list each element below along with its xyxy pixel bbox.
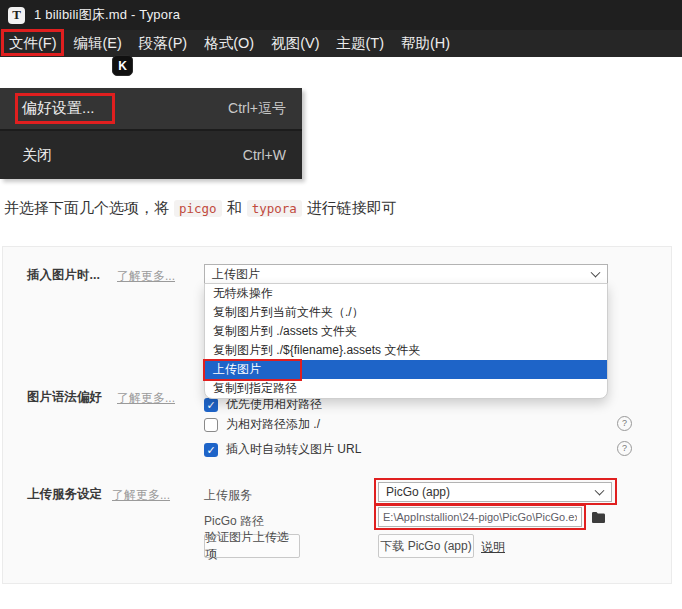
image-syntax-label: 图片语法偏好 [27,389,102,406]
insert-image-select-value: 上传图片 [212,266,260,283]
chevron-down-icon [591,268,601,278]
file-menu-dropdown: 偏好设置... Ctrl+逗号 关闭 Ctrl+W [0,88,302,179]
add-dot-slash-label: 为相对路径添加 ./ [226,416,320,433]
code-typora: typora [247,200,302,217]
help-icon[interactable]: ? [617,441,632,456]
upload-service-field-label: 上传服务 [204,487,252,504]
help-icon[interactable]: ? [617,416,632,431]
instruction-part2: 和 [227,199,242,216]
instruction-text: 并选择下面几个选项，将picgo和typora进行链接即可 [4,197,397,220]
dropdown-option-no-action[interactable]: 无特殊操作 [205,284,607,303]
preferences-label: 偏好设置... [22,99,95,118]
picgo-path-field-label: PicGo 路径 [204,513,264,530]
menu-item-themes[interactable]: 主题(T) [336,34,384,53]
dropdown-option-copy-assets[interactable]: 复制图片到 ./assets 文件夹 [205,322,607,341]
insert-image-select[interactable]: 上传图片 [204,264,608,284]
escape-url-checkbox[interactable]: ✓ [204,443,218,457]
chevron-down-icon [595,486,605,496]
escape-url-row: ✓ 插入时自动转义图片 URL [204,441,361,458]
escape-url-label: 插入时自动转义图片 URL [226,441,361,458]
dropdown-option-copy-custom-path[interactable]: 复制到指定路径 [205,379,607,398]
upload-service-select-value: PicGo (app) [386,485,450,499]
typora-logo-icon: T [8,7,25,24]
dropdown-option-upload-image[interactable]: 上传图片 [205,360,607,379]
menubar: 文件(F) 编辑(E) 段落(P) 格式(O) 视图(V) 主题(T) 帮助(H… [0,30,682,57]
typora-window: T 1 bilibili图床.md - Typora 文件(F) 编辑(E) 段… [0,0,682,609]
k-cursor-badge-icon: K [112,55,133,76]
validate-upload-button[interactable]: 验证图片上传选项 [204,534,300,558]
picgo-help-link[interactable]: 说明 [481,539,505,556]
upload-service-learn-more-link[interactable]: 了解更多... [112,487,170,504]
menu-item-file[interactable]: 文件(F) [9,34,57,53]
dropdown-option-copy-filename-assets[interactable]: 复制图片到 ./${filename}.assets 文件夹 [205,341,607,360]
preferences-shortcut: Ctrl+逗号 [228,100,286,118]
relative-path-pref-checkbox[interactable]: ✓ [204,398,218,412]
menu-item-help[interactable]: 帮助(H) [401,34,450,53]
insert-image-dropdown-list: 无特殊操作 复制图片到当前文件夹（./） 复制图片到 ./assets 文件夹 … [204,283,608,399]
download-picgo-button[interactable]: 下载 PicGo (app) [378,534,474,558]
insert-image-learn-more-link[interactable]: 了解更多... [117,268,175,285]
window-titlebar: T 1 bilibili图床.md - Typora [0,0,682,30]
dropdown-option-copy-current-folder[interactable]: 复制图片到当前文件夹（./） [205,303,607,322]
menu-item-format[interactable]: 格式(O) [204,34,254,53]
menu-item-view[interactable]: 视图(V) [271,34,319,53]
folder-browse-icon[interactable] [591,511,606,524]
menu-item-close[interactable]: 关闭 Ctrl+W [0,131,302,179]
image-syntax-learn-more-link[interactable]: 了解更多... [117,390,175,407]
insert-image-label: 插入图片时... [27,267,100,284]
add-dot-slash-row: 为相对路径添加 ./ [204,416,320,433]
close-label: 关闭 [22,146,52,165]
window-title: 1 bilibili图床.md - Typora [34,6,180,24]
picgo-path-input[interactable] [378,507,582,527]
add-dot-slash-checkbox[interactable] [204,418,218,432]
instruction-part3: 进行链接即可 [307,199,397,216]
upload-service-select[interactable]: PicGo (app) [378,482,612,502]
upload-service-section-label: 上传服务设定 [27,486,102,503]
menu-item-edit[interactable]: 编辑(E) [74,34,122,53]
menu-item-paragraph[interactable]: 段落(P) [139,34,187,53]
instruction-part1: 并选择下面几个选项，将 [4,199,169,216]
code-picgo: picgo [174,200,222,217]
menu-item-preferences[interactable]: 偏好设置... Ctrl+逗号 [0,88,302,129]
close-shortcut: Ctrl+W [243,147,286,163]
